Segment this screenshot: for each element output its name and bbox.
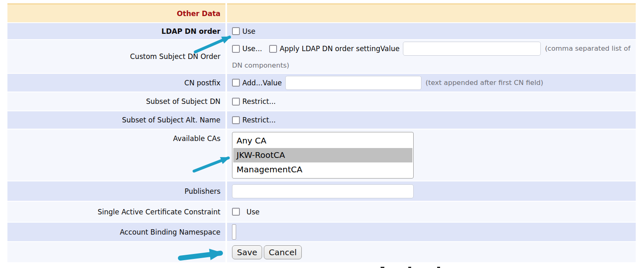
form-row-subset-of-subject-dn: Subset of Subject DN Restrict...	[7, 92, 636, 110]
publishers-label: Publishers	[185, 187, 220, 195]
certificate-profile-form-page: Other Data LDAP DN order Use Custom Subj…	[0, 0, 644, 268]
ldap-dn-order-label: LDAP DN order	[161, 27, 220, 35]
form-row-custom-subject-dn-order: Custom Subject DN Order Use... Apply LDA…	[7, 40, 636, 73]
restrict-subject-alt-name-checkbox-label: Restrict...	[242, 116, 276, 124]
account-binding-namespace-input[interactable]	[232, 224, 236, 240]
restrict-subject-alt-name-checkbox[interactable]	[232, 116, 240, 124]
form-row-subset-of-subject-alt-name: Subset of Subject Alt. Name Restrict...	[7, 111, 636, 129]
cn-postfix-input[interactable]	[285, 76, 421, 90]
publishers-input[interactable]	[232, 184, 414, 198]
restrict-subject-dn-checkbox-label: Restrict...	[242, 97, 276, 106]
account-binding-namespace-label: Account Binding Namespace	[120, 228, 220, 236]
use-custom-dn-order-checkbox-label: Use...	[242, 45, 262, 53]
use-ldap-dn-order-checkbox[interactable]	[232, 27, 240, 35]
subset-of-subject-alt-name-label: Subset of Subject Alt. Name	[122, 116, 220, 124]
form-actions-row: Save Cancel	[7, 242, 636, 262]
custom-dn-order-input[interactable]	[403, 42, 541, 56]
use-custom-dn-order-checkbox[interactable]	[232, 45, 240, 53]
section-title: Other Data	[177, 9, 220, 18]
ca-option-jkw-rootca[interactable]: JKW-RootCA	[233, 148, 412, 162]
subset-of-subject-dn-label: Subset of Subject DN	[146, 97, 220, 106]
form-row-single-active-certificate-constraint: Single Active Certificate Constraint Use	[7, 202, 636, 222]
use-ldap-dn-order-checkbox-label: Use	[242, 27, 256, 35]
cancel-button[interactable]: Cancel	[264, 245, 302, 259]
cn-postfix-hint: (text appended after first CN field)	[426, 79, 543, 87]
other-data-table: Other Data LDAP DN order Use Custom Subj…	[7, 3, 636, 263]
apply-ldap-dn-order-checkbox[interactable]	[269, 45, 277, 53]
form-row-account-binding-namespace: Account Binding Namespace	[7, 223, 636, 241]
cn-postfix-label: CN postfix	[185, 79, 220, 87]
section-header-row: Other Data	[7, 3, 636, 22]
restrict-subject-dn-checkbox[interactable]	[232, 98, 240, 106]
form-row-cn-postfix: CN postfix Add...Value(text appended aft…	[7, 74, 636, 92]
ca-option-any-ca[interactable]: Any CA	[233, 134, 412, 148]
available-cas-listbox[interactable]: Any CA JKW-RootCA ManagementCA	[232, 132, 414, 179]
apply-ldap-dn-order-checkbox-label: Apply LDAP DN order setting	[279, 45, 380, 53]
add-cn-postfix-checkbox-label: Add...	[242, 79, 263, 87]
use-single-active-constraint-checkbox[interactable]	[232, 208, 240, 216]
cn-postfix-value-label: Value	[263, 79, 282, 87]
add-cn-postfix-checkbox[interactable]	[232, 79, 240, 87]
form-row-available-cas: Available CAs Any CA JKW-RootCA Manageme…	[7, 129, 636, 181]
use-single-active-constraint-checkbox-label: Use	[246, 208, 260, 216]
available-cas-label: Available CAs	[173, 134, 220, 143]
ca-option-managementca[interactable]: ManagementCA	[233, 162, 412, 177]
actions-spacer	[7, 242, 225, 262]
single-active-certificate-constraint-label: Single Active Certificate Constraint	[98, 208, 221, 216]
save-button[interactable]: Save	[232, 245, 262, 259]
form-row-publishers: Publishers	[7, 181, 636, 201]
custom-dn-order-value-label: Value	[380, 45, 400, 53]
section-header-spacer	[227, 3, 636, 22]
custom-subject-dn-order-label: Custom Subject DN Order	[130, 52, 220, 61]
form-row-ldap-dn-order: LDAP DN order Use	[7, 23, 636, 39]
